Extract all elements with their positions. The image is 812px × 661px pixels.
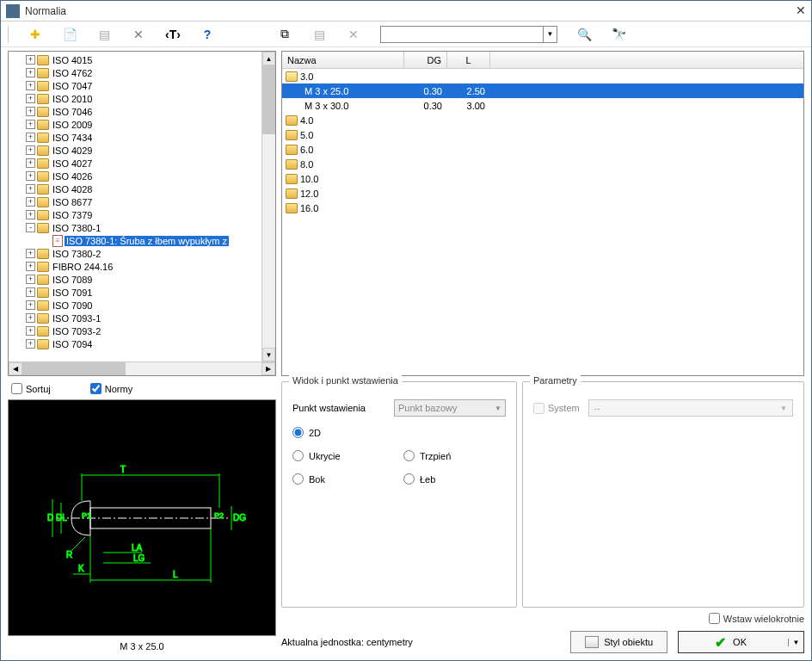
- svg-text:P1: P1: [82, 511, 91, 520]
- list-row[interactable]: 4.0: [282, 113, 803, 127]
- list-row[interactable]: 3.0: [282, 69, 803, 83]
- tree-item[interactable]: +ISO 7093-2: [9, 324, 261, 337]
- style-icon: [585, 636, 599, 648]
- svg-line-24: [71, 537, 85, 551]
- tree-item[interactable]: +ISO 2009: [9, 118, 261, 131]
- tools-icon[interactable]: ✕: [131, 27, 146, 42]
- svg-text:LA: LA: [132, 543, 143, 553]
- group-widok: Widok i punkt wstawienia Punkt wstawieni…: [281, 381, 517, 608]
- svg-text:L: L: [173, 570, 178, 579]
- app-icon: [6, 4, 20, 18]
- tree-item[interactable]: +ISO 7094: [9, 337, 261, 350]
- binoculars-icon[interactable]: 🔭: [611, 27, 626, 42]
- style-button[interactable]: Styl obiektu: [570, 631, 667, 653]
- punkt-label: Punkt wstawienia: [292, 403, 387, 413]
- svg-text:DL: DL: [56, 513, 67, 522]
- col-l[interactable]: L: [447, 52, 490, 68]
- help-icon[interactable]: ?: [200, 27, 215, 42]
- tree-item[interactable]: +ISO 4029: [9, 144, 261, 157]
- params-select: --▼: [588, 399, 793, 417]
- list-row[interactable]: M 3 x 30.00.303.00: [282, 98, 803, 113]
- radio-ukrycie[interactable]: Ukrycie: [292, 450, 395, 461]
- tree-item[interactable]: -ISO 7380-1: [9, 221, 261, 234]
- col-name[interactable]: Nazwa: [282, 52, 404, 68]
- search-dropdown[interactable]: ▼: [544, 26, 557, 43]
- tree-v-scrollbar[interactable]: ▲ ▼: [261, 52, 275, 361]
- group-params: Parametry System --▼: [522, 381, 804, 608]
- search-icon[interactable]: 🔍: [576, 27, 592, 42]
- preview: T D DL P1 P2 DG: [8, 399, 276, 636]
- svg-text:T: T: [120, 465, 126, 474]
- search-input[interactable]: [380, 26, 544, 43]
- copy-icon[interactable]: ⧉: [277, 27, 292, 42]
- svg-text:R: R: [66, 550, 72, 559]
- col-dg[interactable]: DG: [404, 52, 447, 68]
- tree-h-scrollbar[interactable]: ◀ ▶: [9, 361, 275, 375]
- group-params-title: Parametry: [530, 375, 581, 386]
- ok-dropdown[interactable]: ▼: [788, 639, 803, 646]
- toolbar: ✚ 📄 ▤ ✕ ‹T› ? ⧉ ▤ ✕ ▼ 🔍 🔭: [1, 22, 811, 47]
- norms-checkbox[interactable]: Normy: [90, 383, 132, 394]
- tree-item[interactable]: +ISO 7380-2: [9, 247, 261, 260]
- tree-item[interactable]: +ISO 7090: [9, 299, 261, 312]
- window-title: Normalia: [25, 5, 66, 17]
- list-row[interactable]: 5.0: [282, 127, 803, 142]
- wstaw-checkbox[interactable]: Wstaw wielokrotnie: [709, 613, 804, 624]
- tree-item[interactable]: +ISO 2010: [9, 92, 261, 105]
- tree-item[interactable]: +ISO 7434: [9, 131, 261, 144]
- ok-button[interactable]: ✔OK ▼: [678, 631, 804, 653]
- close-icon[interactable]: ✕: [796, 3, 806, 18]
- radio-trzpien[interactable]: Trzpień: [403, 450, 506, 461]
- list-row[interactable]: 12.0: [282, 186, 803, 201]
- radio-leb[interactable]: Łeb: [403, 473, 506, 485]
- tree-item[interactable]: +ISO 7046: [9, 105, 261, 118]
- radio-2d[interactable]: 2D: [292, 427, 395, 438]
- list-header: Nazwa DG L: [282, 52, 803, 69]
- tree-item[interactable]: +ISO 4015: [9, 53, 261, 66]
- list-row[interactable]: 6.0: [282, 142, 803, 157]
- radio-bok[interactable]: Bok: [292, 473, 395, 485]
- tree-panel: +ISO 4015+ISO 4762+ISO 7047+ISO 2010+ISO…: [8, 51, 276, 376]
- tree-item[interactable]: +ISO 8677: [9, 195, 261, 208]
- list-row[interactable]: M 3 x 25.00.302.50: [282, 83, 803, 98]
- tree-item[interactable]: +ISO 7089: [9, 273, 261, 286]
- svg-text:D: D: [47, 513, 53, 522]
- delete-icon[interactable]: ✕: [346, 27, 361, 42]
- doc-icon[interactable]: 📄: [62, 27, 77, 42]
- tree-item[interactable]: +ISO 7047: [9, 79, 261, 92]
- list-row[interactable]: 16.0: [282, 201, 803, 215]
- group-widok-title: Widok i punkt wstawienia: [289, 375, 402, 386]
- svg-text:DG: DG: [233, 513, 246, 522]
- svg-text:LG: LG: [133, 553, 145, 563]
- list2-icon[interactable]: ▤: [311, 27, 327, 42]
- tree-item[interactable]: +ISO 4028: [9, 182, 261, 195]
- tree-item[interactable]: +ISO 7093-1: [9, 312, 261, 324]
- list-icon[interactable]: ▤: [96, 27, 112, 42]
- tree-item[interactable]: +ISO 4026: [9, 170, 261, 182]
- sort-checkbox[interactable]: Sortuj: [11, 383, 51, 394]
- punkt-select[interactable]: Punkt bazowy▼: [394, 399, 506, 417]
- svg-text:P2: P2: [214, 511, 224, 520]
- tree-item[interactable]: +ISO 7091: [9, 286, 261, 299]
- list-panel: Nazwa DG L 3.0M 3 x 25.00.302.50M 3 x 30…: [281, 51, 804, 376]
- preview-caption: M 3 x 25.0: [8, 639, 276, 653]
- tag-icon[interactable]: ‹T›: [165, 27, 181, 42]
- tree-item[interactable]: +ISO 7379: [9, 208, 261, 221]
- tree-item[interactable]: +FIBRO 244.16: [9, 260, 261, 273]
- titlebar: Normalia ✕: [1, 1, 811, 22]
- svg-text:K: K: [78, 564, 84, 573]
- tree-item[interactable]: ≡ISO 7380-1: Śruba z łbem wypukłym z: [9, 234, 261, 247]
- tree-item[interactable]: +ISO 4762: [9, 66, 261, 79]
- unit-label: Aktualna jednostka: centymetry: [281, 637, 560, 647]
- list-row[interactable]: 10.0: [282, 171, 803, 186]
- list-row[interactable]: 8.0: [282, 157, 803, 171]
- plus-icon[interactable]: ✚: [28, 27, 43, 42]
- system-checkbox: System: [533, 403, 580, 414]
- tree-item[interactable]: +ISO 4027: [9, 157, 261, 170]
